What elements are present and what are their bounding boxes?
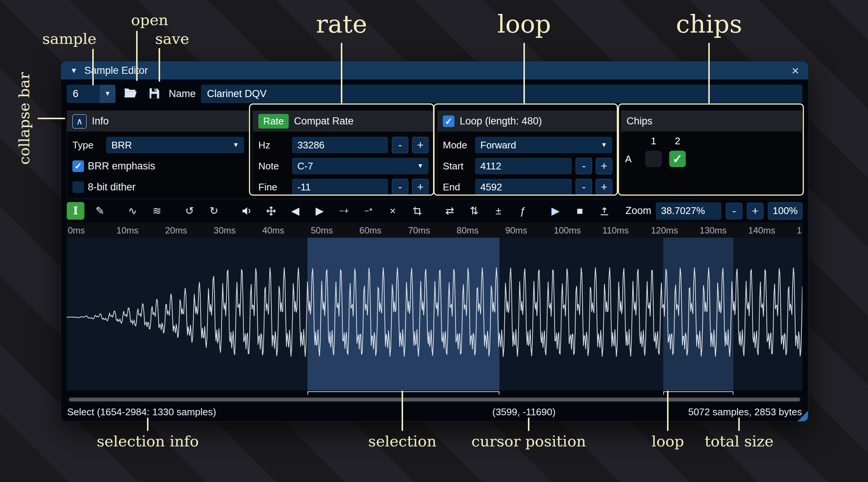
time-ruler[interactable]: 0ms10ms20ms30ms40ms50ms60ms70ms80ms90ms1… <box>67 223 802 238</box>
chip-1-checkbox[interactable] <box>645 151 662 167</box>
reverse-button[interactable]: ⇄ <box>441 202 459 220</box>
scrollbar-handle[interactable] <box>69 398 800 401</box>
brr-emphasis-label: BRR emphasis <box>88 160 155 172</box>
chip-2-checkbox[interactable] <box>669 151 686 167</box>
filter-button[interactable]: ƒ <box>514 202 532 220</box>
delete-button[interactable]: × <box>384 202 402 220</box>
chip-column-2: 2 <box>675 135 680 147</box>
zoom-reset-button[interactable]: 100% <box>768 202 802 220</box>
hz-input[interactable]: 33286 <box>292 137 388 153</box>
fine-plus-button[interactable]: + <box>412 179 429 195</box>
folder-open-icon <box>123 86 137 102</box>
waveform-view[interactable] <box>67 238 802 391</box>
note-dropdown[interactable]: C-7 ▼ <box>292 158 429 174</box>
loop-start-label: Start <box>443 160 471 172</box>
sample-name-input[interactable]: Clarinet DQV <box>201 85 802 103</box>
fade-out-button[interactable]: ▶ <box>311 202 328 220</box>
zoom-label: Zoom <box>625 205 651 217</box>
loop-end-input[interactable]: 4592 <box>475 179 572 195</box>
edit-select-button[interactable]: I <box>67 202 84 220</box>
amplify-button[interactable] <box>238 202 255 220</box>
type-dropdown[interactable]: BRR ▼ <box>106 137 244 153</box>
open-sample-button[interactable] <box>121 84 139 103</box>
sign-flip-icon: ± <box>496 205 501 217</box>
zoom-out-button[interactable]: - <box>726 203 742 219</box>
apply-silence-icon: −* <box>364 206 372 216</box>
note-value: C-7 <box>292 160 412 172</box>
chevron-down-icon[interactable]: ▼ <box>100 85 115 103</box>
loop-start-input[interactable]: 4112 <box>475 158 572 174</box>
rate-panel: Rate Compat Rate Hz 33286 - + Note C-7 ▼ <box>253 111 434 199</box>
invert-icon: ⇅ <box>470 205 478 217</box>
trim-icon <box>412 205 423 217</box>
sign-flip-button[interactable]: ± <box>490 202 507 220</box>
status-bar: Select (1654-2984: 1330 samples) (3599, … <box>61 403 808 421</box>
timeline-label: 100ms <box>554 225 581 236</box>
undo-button[interactable]: ↺ <box>181 202 198 220</box>
resize-grip[interactable] <box>798 411 808 421</box>
apply-silence-button[interactable]: −* <box>360 202 377 220</box>
collapse-bar-button[interactable]: ∧ <box>72 114 87 129</box>
chevron-down-icon: ▼ <box>596 137 612 153</box>
normalize-button[interactable] <box>262 202 280 220</box>
annotation-sample: sample <box>42 30 96 47</box>
loop-end-plus-button[interactable]: + <box>596 179 612 195</box>
undo-icon: ↺ <box>185 205 194 217</box>
title-bar[interactable]: ▼ Sample Editor × <box>61 61 808 79</box>
timeline-label: 60ms <box>360 225 382 236</box>
hz-plus-button[interactable]: + <box>412 137 429 153</box>
floppy-save-icon <box>147 87 161 101</box>
save-sample-button[interactable] <box>145 84 163 103</box>
stop-button[interactable]: ■ <box>571 202 589 220</box>
sample-index-select[interactable]: 6 ▼ <box>67 85 115 103</box>
loop-mode-dropdown[interactable]: Forward ▼ <box>475 137 612 153</box>
loop-start-plus-button[interactable]: + <box>596 158 612 174</box>
stop-icon: ■ <box>577 205 583 217</box>
loop-header: Loop (length: 480) <box>460 115 542 127</box>
info-header: Info <box>92 115 109 127</box>
filter-icon: ƒ <box>520 205 526 217</box>
zoom-input[interactable]: 38.7027% <box>656 202 721 220</box>
edit-draw-button[interactable]: ✎ <box>91 202 109 220</box>
annotation-cursor-position: cursor position <box>471 433 586 450</box>
dither-checkbox[interactable] <box>72 181 84 193</box>
crossfade-button[interactable]: ≋ <box>148 202 166 220</box>
fine-minus-button[interactable]: - <box>392 179 408 195</box>
annotation-collapse-bar: collapse bar <box>15 72 33 165</box>
total-size-text: 5072 samples, 2853 bytes <box>688 406 802 418</box>
loop-end-minus-button[interactable]: - <box>576 179 592 195</box>
insert-silence-button[interactable]: −+ <box>335 202 353 220</box>
invert-button[interactable]: ⇅ <box>465 202 483 220</box>
resample-button[interactable]: ∿ <box>124 202 141 220</box>
selection-info-text: Select (1654-2984: 1330 samples) <box>67 406 216 418</box>
waveform-scrollbar[interactable] <box>67 397 802 403</box>
reverse-icon: ⇄ <box>445 205 454 217</box>
loop-mode-value: Forward <box>475 139 596 151</box>
timeline-label: 120ms <box>651 225 678 236</box>
annotation-chips: chips <box>676 10 742 39</box>
redo-button[interactable]: ↻ <box>205 202 223 220</box>
close-icon[interactable]: × <box>792 64 799 77</box>
trim-button[interactable] <box>408 202 426 220</box>
brr-emphasis-checkbox[interactable] <box>72 160 84 172</box>
play-button[interactable]: ▶ <box>547 202 564 220</box>
loop-end-label: End <box>443 181 471 193</box>
timeline-label: 130ms <box>700 225 727 236</box>
loop-enable-checkbox[interactable] <box>443 115 454 127</box>
create-instrument-button[interactable] <box>595 202 613 220</box>
fade-in-button[interactable]: ◀ <box>286 202 304 220</box>
chips-header: Chips <box>627 115 652 127</box>
zoom-in-button[interactable]: + <box>747 203 763 219</box>
window-collapse-icon[interactable]: ▼ <box>70 66 78 75</box>
loop-start-minus-button[interactable]: - <box>576 158 592 174</box>
chip-row-label: A <box>623 153 631 165</box>
loop-range-bracket <box>663 391 733 395</box>
fine-input[interactable]: -11 <box>292 179 388 195</box>
annotation-save: save <box>155 30 189 47</box>
rate-badge: Rate <box>258 114 289 129</box>
hz-minus-button[interactable]: - <box>392 137 408 153</box>
dither-label: 8-bit dither <box>88 181 136 193</box>
insert-silence-icon: −+ <box>339 206 349 216</box>
zoom-controls: Zoom 38.7027% - + 100% <box>625 202 802 220</box>
resample-icon: ∿ <box>128 205 137 217</box>
